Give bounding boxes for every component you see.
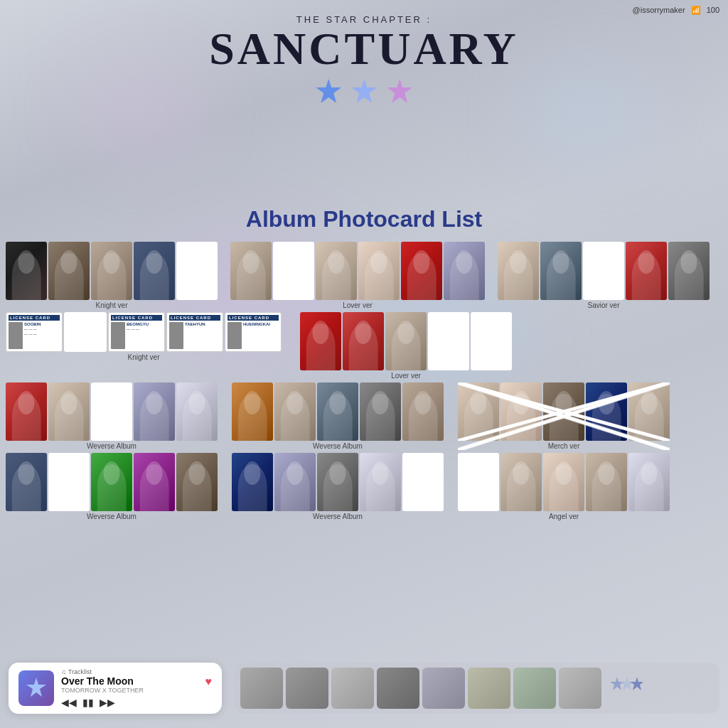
pc-card: [360, 382, 401, 441]
pc-card: [626, 242, 667, 300]
pc-card: [444, 242, 485, 300]
star-pink: [385, 77, 414, 106]
svg-marker-8: [630, 677, 643, 690]
lc-detail: — — —: [127, 327, 149, 331]
lc-content: BEOMGYU — — —: [111, 322, 162, 349]
thumb-7[interactable]: [513, 668, 556, 709]
svg-marker-6: [610, 677, 624, 690]
pc-card-blank: [176, 242, 218, 300]
battery-label: 100: [707, 6, 719, 14]
pc-card: [543, 453, 584, 511]
lover-ver-license-cards: [300, 312, 512, 370]
lover-ver-license-label: Lover ver: [391, 372, 421, 380]
pc-card: [360, 453, 401, 511]
lc-name: BEOMGYU: [127, 322, 149, 326]
weverse-4-label: Weverse Album: [313, 513, 363, 520]
lc-photo: [9, 322, 23, 349]
pc-card: [317, 453, 358, 511]
pc-card: [458, 382, 499, 441]
lover-ver-license-group: Lover ver: [300, 312, 512, 380]
pc-card: [6, 382, 47, 441]
weverse-1-label: Weverse Album: [87, 442, 136, 450]
pc-card: [232, 382, 273, 441]
thumb-8[interactable]: [559, 668, 601, 709]
pc-card: [540, 242, 582, 300]
weverse-4-cards: [232, 453, 444, 511]
license-card-taehyun: LICENSE CARD TAEHYUN: [166, 312, 223, 352]
pc-card: [385, 312, 427, 370]
music-artist: TOMORROW X TOGETHER: [61, 687, 198, 694]
lc-photo: [111, 322, 125, 349]
pc-card: [628, 382, 670, 441]
thumb-3[interactable]: [331, 668, 374, 709]
pc-card: [668, 242, 710, 300]
weverse-2-label: Weverse Album: [313, 442, 363, 450]
album-art-stars: [23, 675, 49, 701]
merch-ver-label: Merch ver: [548, 442, 579, 450]
lc-name: SOOBIN: [24, 322, 41, 326]
license-card-hueningkai: LICENSE CARD HUENINGKAI: [225, 312, 282, 352]
savior-ver-label: Savior ver: [587, 301, 619, 309]
next-button[interactable]: ▶▶: [100, 697, 115, 708]
prev-button[interactable]: ◀◀: [61, 697, 77, 708]
license-knight-label: Knight ver: [127, 353, 159, 361]
lc-content: SOOBIN — — — — — —: [9, 322, 60, 349]
lc-photo: [169, 322, 183, 349]
pc-card: [586, 453, 627, 511]
music-song-title: Over The Moon: [61, 675, 198, 687]
angel-ver-label: Angel ver: [549, 513, 579, 520]
pc-card: [402, 382, 444, 441]
star-blue: [314, 77, 343, 106]
lc-header: LICENSE CARD: [9, 315, 60, 321]
pc-card: [500, 453, 542, 511]
weverse-3-label: Weverse Album: [87, 513, 136, 520]
thumb-4[interactable]: [377, 668, 419, 709]
pc-card-blank: [583, 242, 624, 300]
pc-card: [134, 242, 175, 300]
pc-card-blank: [91, 382, 132, 441]
svg-line-3: [458, 382, 670, 441]
weverse-3-group: Weverse Album: [6, 453, 218, 520]
pc-card-blank-2: [471, 312, 512, 370]
lc-header: LICENSE CARD: [111, 315, 162, 321]
play-pause-button[interactable]: ▮▮: [82, 697, 94, 708]
photocard-area: Knight ver Lover ver: [0, 242, 728, 728]
lc-text: SOOBIN — — — — — —: [24, 322, 41, 349]
lc-header: LICENSE CARD: [228, 315, 279, 321]
pc-card: [401, 242, 442, 300]
lc-photo: [228, 322, 242, 349]
thumbnail-stars-icon: [609, 674, 643, 702]
thumb-6[interactable]: [468, 668, 510, 709]
thumb-5[interactable]: [422, 668, 465, 709]
pc-card: [274, 382, 316, 441]
pc-row-2: LICENSE CARD SOOBIN — — — — — — LICENSE …: [6, 312, 722, 380]
heart-icon[interactable]: ♥: [205, 675, 213, 688]
pc-card: [91, 453, 132, 511]
angel-ver-cards: [458, 453, 670, 511]
pc-card: [91, 242, 132, 300]
angel-ver-group: Angel ver: [458, 453, 670, 520]
lc-name: HUENINGKAI: [243, 322, 270, 326]
pc-card: [134, 453, 175, 511]
username-label: @issorrymaker: [633, 6, 685, 14]
pc-card: [134, 382, 175, 441]
lc-content: TAEHYUN: [169, 322, 220, 349]
pc-card-blank: [64, 312, 107, 352]
thumb-1[interactable]: [240, 668, 283, 709]
license-card-beomgyu: LICENSE CARD BEOMGYU — — —: [108, 312, 165, 352]
svg-marker-2: [387, 79, 412, 103]
lc-detail: — — —: [24, 327, 41, 331]
weverse-2-cards: [232, 382, 444, 441]
music-info: ♫ Tracklist Over The Moon TOMORROW X TOG…: [61, 668, 198, 709]
pc-card: [317, 382, 358, 441]
section-title: Album Photocard List: [246, 206, 482, 232]
thumb-stars: [604, 668, 647, 709]
license-card-soobin: LICENSE CARD SOOBIN — — — — — —: [6, 312, 63, 352]
knight-ver-cards: [6, 242, 218, 300]
lc-content: HUENINGKAI: [228, 322, 279, 349]
pc-card: [230, 242, 272, 300]
pc-card: [543, 382, 584, 441]
thumb-2[interactable]: [286, 668, 328, 709]
cross-overlay: [458, 382, 670, 441]
music-note-icon: ♫: [61, 668, 66, 675]
